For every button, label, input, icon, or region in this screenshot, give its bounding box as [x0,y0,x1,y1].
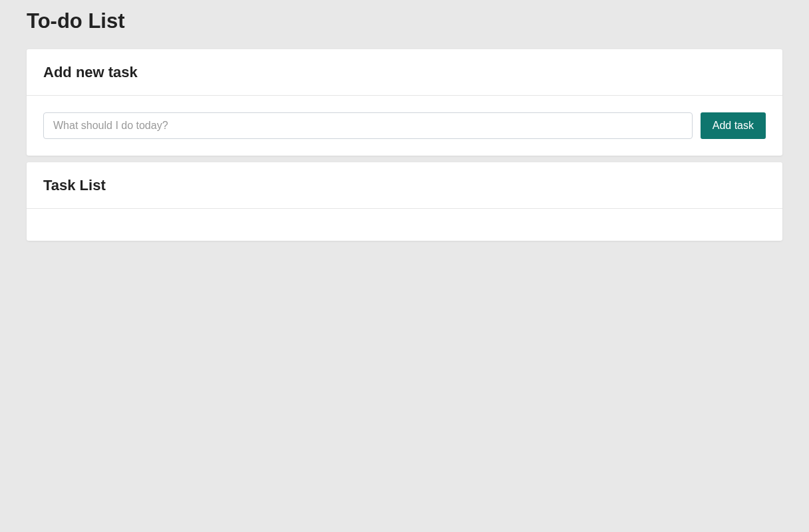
add-task-button[interactable]: Add task [701,112,766,139]
task-list-heading: Task List [43,177,766,194]
add-task-input-group: Add task [43,112,766,139]
add-task-card-header: Add new task [27,49,782,96]
new-task-input[interactable] [43,112,693,139]
app-container: To-do List Add new task Add task Task Li… [0,0,809,241]
task-list-card: Task List [27,162,782,241]
add-task-card-body: Add task [27,96,782,156]
add-task-heading: Add new task [43,64,766,81]
task-list-body [27,209,782,241]
page-title: To-do List [27,9,782,33]
task-list-card-header: Task List [27,162,782,209]
add-task-card: Add new task Add task [27,49,782,156]
